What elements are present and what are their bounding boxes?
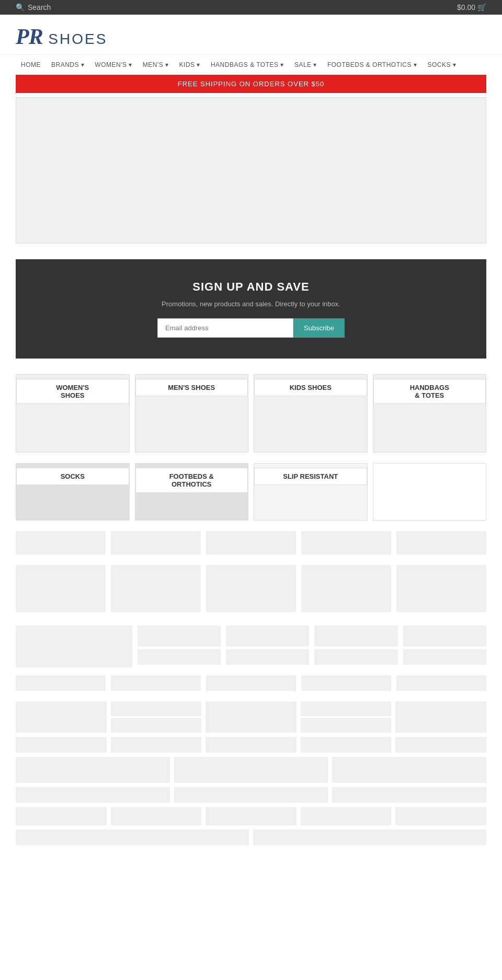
email-input[interactable] [157,318,293,338]
category-label-slip-resistant: SLIP RESISTANT [254,468,367,485]
product-row-3 [16,675,486,691]
product-card[interactable] [396,565,486,615]
bottom-row-d [16,787,486,803]
category-slip-resistant[interactable]: SLIP RESISTANT [254,463,368,521]
logo-pr: PR [16,25,43,49]
category-mens-shoes[interactable]: MEN'S SHOES [135,374,249,453]
product-row-1 [16,565,486,615]
skeleton-item[interactable] [111,675,201,691]
nav-sale[interactable]: SALE ▾ [289,55,322,75]
signup-description: Promotions, new products and sales. Dire… [31,300,471,308]
product-image-big [16,626,132,667]
nav-brands[interactable]: BRANDS ▾ [46,55,89,75]
product-card[interactable] [16,565,106,615]
category-handbags[interactable]: HANDBAGS& TOTES [373,374,487,453]
bottom-cell-med[interactable] [332,757,486,783]
product-card[interactable] [206,565,296,615]
bottom-cell-short[interactable] [253,829,486,845]
bottom-cell-short[interactable] [16,829,249,845]
category-womens-shoes[interactable]: WOMEN'SSHOES [16,374,130,453]
nav-kids[interactable]: KIDS ▾ [174,55,206,75]
bottom-cell-item[interactable] [301,718,392,733]
skeleton-item[interactable] [16,675,106,691]
bottom-cell-short[interactable] [174,787,328,803]
bottom-cell-short[interactable] [395,807,486,825]
bottom-cell-short[interactable] [111,737,202,753]
brand-logo-1[interactable] [16,531,106,555]
product-card-stacked[interactable] [138,626,221,667]
nav-mens[interactable]: MEN'S ▾ [138,55,174,75]
bottom-cell-item[interactable] [111,718,202,733]
category-kids-shoes[interactable]: KIDS SHOES [254,374,368,453]
bottom-row-e [16,807,486,825]
bottom-cell-short[interactable] [16,737,107,753]
product-card[interactable] [301,565,391,615]
skeleton-item[interactable] [396,675,486,691]
product-section-2 [16,626,486,691]
subscribe-button[interactable]: Subscribe [293,318,345,338]
product-text-small [314,649,397,665]
product-image-small [403,626,486,647]
logo-shoes: SHOES [43,24,108,49]
bottom-cell-short[interactable] [395,737,486,753]
chevron-down-icon: ▾ [453,61,457,68]
bottom-cell-short[interactable] [16,807,107,825]
search-label: Search [28,3,51,11]
bottom-cell-item[interactable] [301,701,392,716]
bottom-cell-short[interactable] [16,787,170,803]
hero-image [16,97,486,244]
promo-banner: FREE SHIPPING ON ORDERS OVER $50 [16,75,486,93]
bottom-cell-med[interactable] [174,757,328,783]
brand-logo-3[interactable] [206,531,296,555]
chevron-down-icon: ▾ [197,61,200,68]
bottom-cell-tall[interactable] [16,701,107,733]
nav-home[interactable]: HOME [16,55,46,75]
bottom-row-f [16,829,486,845]
bottom-cell-short[interactable] [206,737,296,753]
bottom-row-b [16,737,486,753]
product-card[interactable] [111,565,201,615]
nav-handbags[interactable]: HANDBAGS & TOTES ▾ [206,55,289,75]
logo[interactable]: PR SHOES [16,24,107,49]
signup-heading: SIGN UP AND SAVE [31,280,471,294]
product-image-small [314,626,397,647]
category-grid-row1: WOMEN'SSHOES MEN'S SHOES KIDS SHOES HAND… [16,374,486,453]
nav-footbeds[interactable]: FOOTBEDS & ORTHOTICS ▾ [322,55,422,75]
nav-womens[interactable]: WOMEN'S ▾ [89,55,137,75]
search-trigger[interactable]: 🔍 Search [16,3,51,11]
category-label-mens: MEN'S SHOES [135,379,248,396]
bottom-cell-med[interactable] [16,757,170,783]
product-card-stacked[interactable] [403,626,486,667]
product-text-small [403,649,486,665]
product-image-skeleton [396,565,486,612]
bottom-cell-short[interactable] [332,787,486,803]
brand-logo-4[interactable] [301,531,391,555]
bottom-cell-short[interactable] [301,807,392,825]
top-bar: 🔍 Search $0.00 🛒 [0,0,502,15]
chevron-down-icon: ▾ [165,61,169,68]
cart-area[interactable]: $0.00 🛒 [457,3,486,11]
product-card-stacked[interactable] [314,626,397,667]
nav-socks[interactable]: SOCKS ▾ [422,55,461,75]
skeleton-item[interactable] [206,675,296,691]
product-image-small [138,626,221,647]
bottom-cell-short[interactable] [111,807,202,825]
bottom-cell-col [111,701,202,733]
brand-logo-5[interactable] [396,531,486,555]
brand-logo-2[interactable] [111,531,201,555]
category-footbeds[interactable]: FOOTBEDS &ORTHOTICS [135,463,249,521]
bottom-cell-tall[interactable] [395,701,486,733]
logo-area: PR SHOES [0,15,502,54]
bottom-row-c [16,757,486,783]
bottom-cell-item[interactable] [111,701,202,716]
bottom-cell-tall[interactable] [206,701,296,733]
product-image-skeleton [206,565,296,612]
bottom-cell-short[interactable] [206,807,296,825]
bottom-cell-short[interactable] [301,737,392,753]
product-card-big[interactable] [16,626,132,667]
product-card-stacked[interactable] [226,626,309,667]
category-socks[interactable]: SOCKS [16,463,130,521]
skeleton-item[interactable] [301,675,391,691]
brand-logos-section [16,531,486,555]
signup-section: SIGN UP AND SAVE Promotions, new product… [16,259,486,359]
